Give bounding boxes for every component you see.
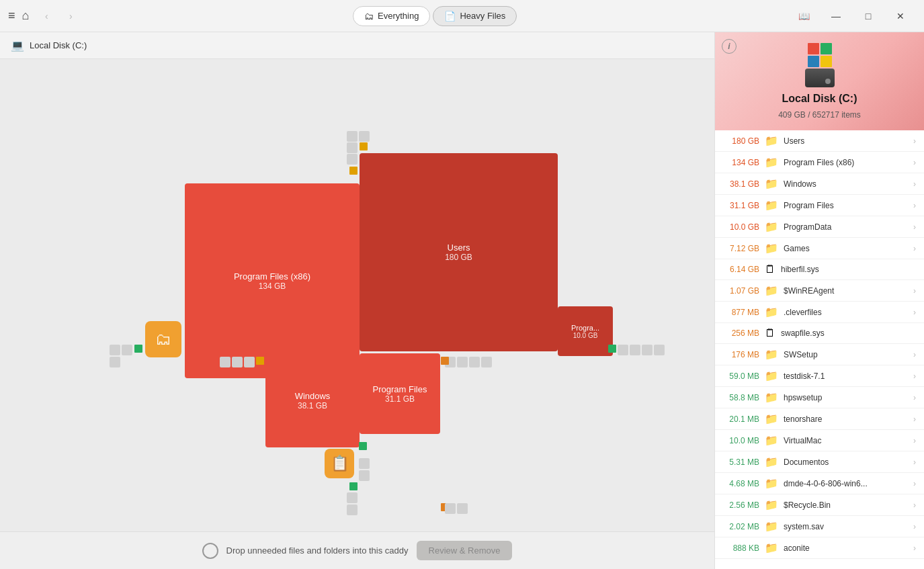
file-item[interactable]: 2.56 MB 📁 $Recycle.Bin › xyxy=(715,494,924,516)
file-name: $Recycle.Bin xyxy=(784,500,908,510)
small-block-yellow-1 xyxy=(360,142,368,150)
win-logo-blue xyxy=(808,56,819,67)
file-item[interactable]: 877 MB 📁 .cleverfiles › xyxy=(715,302,924,323)
heavy-files-tab-icon: 📄 xyxy=(444,11,456,21)
chevron-right-icon: › xyxy=(913,414,916,424)
file-folder-icon: 📁 xyxy=(765,199,778,212)
file-item[interactable]: 59.0 MB 📁 testdisk-7.1 › xyxy=(715,365,924,387)
file-item[interactable]: 176 MB 📁 SWSetup › xyxy=(715,344,924,365)
window-controls: 📖 — □ ✕ xyxy=(788,5,916,27)
small-block-1 xyxy=(347,131,358,142)
chevron-right-icon: › xyxy=(913,308,916,317)
small-block-yellow-3 xyxy=(256,357,264,365)
home-icon[interactable]: ⌂ xyxy=(22,9,30,23)
disk-graphic xyxy=(805,43,835,87)
file-folder-icon: 📁 xyxy=(765,242,778,255)
file-size: 176 MB xyxy=(723,350,759,359)
file-item[interactable]: 20.1 MB 📁 tenorshare › xyxy=(715,408,924,430)
file-item[interactable]: 6.14 GB 🗒 hiberfil.sys xyxy=(715,259,924,280)
file-size: 877 MB xyxy=(723,308,759,317)
file-name: dmde-4-0-6-806-win6... xyxy=(784,479,908,488)
tab-everything[interactable]: 🗂 Everything xyxy=(353,6,430,26)
block-program-files[interactable]: Program Files 31.1 GB xyxy=(360,353,440,434)
close-button[interactable]: ✕ xyxy=(885,5,916,27)
file-size: 1.07 GB xyxy=(723,286,759,296)
small-block-bot-3 xyxy=(244,357,255,367)
chevron-right-icon: › xyxy=(913,522,916,531)
tab-heavy-files[interactable]: 📄 Heavy Files xyxy=(433,6,517,26)
small-block-bot-a xyxy=(359,458,370,469)
block-orange-doc[interactable]: 📋 xyxy=(325,449,354,478)
file-folder-icon: 📁 xyxy=(765,177,778,190)
minimize-button[interactable]: — xyxy=(821,5,851,27)
file-item[interactable]: 256 MB 🗒 swapfile.sys xyxy=(715,323,924,344)
small-block-4 xyxy=(347,154,358,165)
folder-icon: 🗂 xyxy=(155,330,171,349)
file-item[interactable]: 1.07 GB 📁 $WinREAgent › xyxy=(715,280,924,302)
file-size: 2.56 MB xyxy=(723,500,759,510)
forward-button[interactable]: › xyxy=(60,5,81,27)
file-size: 180 GB xyxy=(723,136,759,146)
book-button[interactable]: 📖 xyxy=(788,5,819,27)
right-panel-header: i Local Disk (C:) 409 GB / 652717 items xyxy=(715,32,924,130)
win-logo-green xyxy=(821,43,832,54)
info-icon[interactable]: i xyxy=(722,39,737,54)
file-item[interactable]: 5.31 MB 📁 Documentos › xyxy=(715,451,924,473)
small-block-left-2 xyxy=(122,345,132,355)
block-program-files-x86[interactable]: Program Files (x86) 134 GB xyxy=(185,183,360,378)
block-programdata[interactable]: Progra... 10.0 GB xyxy=(558,306,613,356)
chevron-right-icon: › xyxy=(913,201,916,210)
file-name: swapfile.sys xyxy=(781,329,916,338)
file-size: 256 MB xyxy=(723,329,759,338)
maximize-button[interactable]: □ xyxy=(853,5,884,27)
file-folder-icon: 📁 xyxy=(765,220,778,233)
caddy-circle-icon xyxy=(202,543,218,559)
file-name: Windows xyxy=(784,179,908,189)
breadcrumb-label: Local Disk (C:) xyxy=(30,40,87,50)
file-folder-icon: 📁 xyxy=(765,156,778,169)
file-folder-icon: 📁 xyxy=(765,412,778,425)
file-name: Users xyxy=(784,136,908,146)
small-block-right-3 xyxy=(469,357,480,367)
file-item[interactable]: 38.1 GB 📁 Windows › xyxy=(715,173,924,195)
right-panel: i Local Disk (C:) 409 GB / 652717 items … xyxy=(714,32,924,569)
file-folder-icon: 📁 xyxy=(765,541,778,554)
small-block-bot-f xyxy=(445,503,456,514)
block-orange-folder[interactable]: 🗂 xyxy=(145,321,181,357)
file-item[interactable]: 7.12 GB 📁 Games › xyxy=(715,238,924,259)
main-content: 💻 Local Disk (C:) Program Files (x86) 13… xyxy=(0,32,924,569)
heavy-files-tab-label: Heavy Files xyxy=(460,11,505,21)
file-size: 5.31 MB xyxy=(723,457,759,467)
small-block-bot-g xyxy=(457,503,468,514)
small-block-right-4 xyxy=(481,357,492,367)
back-button[interactable]: ‹ xyxy=(36,5,57,27)
file-item[interactable]: 4.68 MB 📁 dmde-4-0-6-806-win6... › xyxy=(715,473,924,494)
file-folder-icon: 🗒 xyxy=(765,263,775,275)
small-block-bot-1 xyxy=(220,357,230,367)
disk-hardware xyxy=(805,69,835,87)
file-item[interactable]: 31.1 GB 📁 Program Files › xyxy=(715,195,924,216)
file-item[interactable]: 58.8 MB 📁 hpswsetup › xyxy=(715,387,924,408)
block-windows[interactable]: Windows 38.1 GB xyxy=(265,353,360,447)
file-item[interactable]: 180 GB 📁 Users › xyxy=(715,130,924,152)
file-item[interactable]: 888 KB 📁 aconite › xyxy=(715,537,924,559)
disk-icon: 💻 xyxy=(11,39,24,52)
file-name: hiberfil.sys xyxy=(781,265,916,274)
menu-icon[interactable]: ≡ xyxy=(8,9,15,23)
review-remove-button[interactable]: Review & Remove xyxy=(417,541,513,560)
small-block-orange-1 xyxy=(441,357,449,365)
file-item[interactable]: 134 GB 📁 Program Files (x86) › xyxy=(715,152,924,173)
file-folder-icon: 📁 xyxy=(765,434,778,447)
file-folder-icon: 📁 xyxy=(765,134,778,147)
chevron-right-icon: › xyxy=(913,350,916,359)
file-item[interactable]: 10.0 MB 📁 VirtualMac › xyxy=(715,430,924,451)
left-panel: 💻 Local Disk (C:) Program Files (x86) 13… xyxy=(0,32,714,569)
block-users[interactable]: Users 180 GB xyxy=(360,153,558,351)
file-folder-icon: 📁 xyxy=(765,520,778,533)
file-size: 31.1 GB xyxy=(723,201,759,210)
chevron-right-icon: › xyxy=(913,286,916,296)
file-item[interactable]: 10.0 GB 📁 ProgramData › xyxy=(715,216,924,238)
file-folder-icon: 📁 xyxy=(765,455,778,468)
file-item[interactable]: 2.02 MB 📁 system.sav › xyxy=(715,516,924,537)
small-block-left-3 xyxy=(110,357,120,367)
